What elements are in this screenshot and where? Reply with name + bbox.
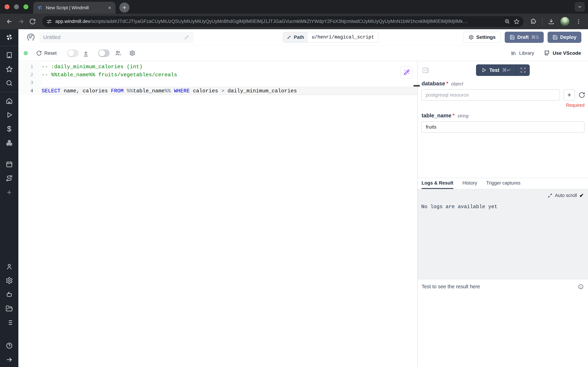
- tab-trigger-captures[interactable]: Trigger captures: [486, 178, 521, 189]
- line-number: 1: [18, 63, 42, 71]
- path-widget[interactable]: Path u/henri/magical_script: [283, 32, 379, 43]
- ai-bot-icon[interactable]: [5, 291, 13, 298]
- workspace-icon[interactable]: [5, 51, 13, 59]
- reload-button[interactable]: [28, 17, 37, 26]
- library-icon: [511, 50, 516, 56]
- use-vscode-button[interactable]: Use VScode: [544, 50, 581, 56]
- url-text: app.windmill.dev/scripts/add#JTdCJTIyaGF…: [55, 19, 501, 24]
- refresh-icon: [36, 50, 42, 56]
- save-icon: [510, 35, 515, 40]
- info-icon[interactable]: [578, 284, 584, 290]
- variables-dollar-icon[interactable]: $: [5, 125, 13, 133]
- field-type: object: [451, 81, 463, 87]
- favorites-star-icon[interactable]: [5, 65, 13, 73]
- settings-gear-icon[interactable]: [5, 277, 13, 284]
- tab-strip: New Script | Windmill × +: [0, 0, 588, 14]
- browser-tab[interactable]: New Script | Windmill ×: [33, 2, 116, 14]
- chevron-down-icon: [577, 4, 582, 9]
- screen: New Script | Windmill × + app.win: [0, 0, 588, 367]
- browser-menu-button[interactable]: [574, 17, 583, 26]
- browser-navigation-bar: app.windmill.dev/scripts/add#JTdCJTIyaGF…: [0, 14, 588, 29]
- extensions-button[interactable]: [529, 17, 538, 26]
- auto-scroll-control[interactable]: Auto scroll ✔: [547, 192, 584, 199]
- tab-history[interactable]: History: [462, 178, 477, 189]
- code-line[interactable]: 3: [18, 79, 417, 87]
- schedules-calendar-icon[interactable]: [5, 160, 13, 168]
- add-item-plus-icon[interactable]: +: [5, 188, 13, 196]
- required-message: Required: [418, 101, 588, 108]
- downloads-button[interactable]: [546, 17, 556, 26]
- script-title-input[interactable]: [43, 34, 184, 40]
- refresh-resources-icon[interactable]: [579, 92, 585, 98]
- ai-wand-button[interactable]: [400, 66, 413, 79]
- code-text: SELECT name, calories FROM %%table_name%…: [42, 87, 417, 95]
- table-name-input[interactable]: [421, 121, 585, 133]
- download-icon: [548, 18, 554, 25]
- deploy-button[interactable]: Deploy: [547, 32, 581, 43]
- arrow-left-icon: [6, 18, 13, 25]
- edit-pencil-icon: [184, 34, 190, 40]
- bookmark-star-icon[interactable]: [513, 18, 520, 25]
- puzzle-icon: [530, 18, 537, 25]
- database-resource-input[interactable]: [421, 89, 560, 101]
- code-editor[interactable]: 1-- :daily_minimum_calories (int)2-- %%t…: [18, 61, 417, 367]
- window-zoom-button[interactable]: [24, 4, 28, 9]
- new-tab-button[interactable]: +: [119, 2, 129, 13]
- code-line[interactable]: 2-- %%table_name%% fruits/vegetables/cer…: [18, 71, 417, 79]
- test-run-button[interactable]: Test ⌘↵: [476, 64, 516, 76]
- collaboration-toggle[interactable]: [98, 49, 110, 57]
- kebab-menu-icon: [576, 18, 581, 25]
- arrow-right-icon: [17, 18, 25, 25]
- save-icon: [553, 35, 558, 40]
- code-text: -- %%table_name%% fruits/vegetables/cere…: [42, 71, 417, 79]
- user-icon[interactable]: [5, 263, 13, 270]
- script-title-field[interactable]: [39, 32, 193, 43]
- forward-button[interactable]: [16, 17, 26, 26]
- edit-pencil-icon: [287, 35, 291, 40]
- help-icon[interactable]: [5, 342, 13, 350]
- code-line[interactable]: 4SELECT name, calories FROM %%table_name…: [18, 87, 417, 95]
- postgresql-elephant-icon: [26, 33, 35, 42]
- library-button[interactable]: Library: [511, 50, 534, 56]
- window-controls: [0, 0, 33, 14]
- draft-button[interactable]: Draft ⌘S: [505, 32, 544, 43]
- back-button[interactable]: [5, 17, 14, 26]
- collapse-panel-icon[interactable]: [422, 67, 429, 74]
- site-settings-icon[interactable]: [46, 18, 52, 25]
- home-icon[interactable]: [5, 97, 13, 105]
- app-sidebar: $ +: [0, 29, 18, 367]
- tab-logs-result[interactable]: Logs & Result: [421, 178, 454, 189]
- window-close-button[interactable]: [5, 4, 9, 9]
- runs-play-icon[interactable]: [5, 111, 13, 119]
- add-resource-button[interactable]: +: [563, 89, 575, 101]
- minimap-current-line-marker: [413, 85, 420, 87]
- resources-cubes-icon[interactable]: [5, 139, 13, 147]
- settings-button[interactable]: Settings: [463, 32, 501, 43]
- expand-sidebar-arrow-icon[interactable]: [5, 356, 13, 364]
- reset-button[interactable]: Reset: [36, 50, 57, 56]
- url-bar[interactable]: app.windmill.dev/scripts/add#JTdCJTIyaGF…: [42, 16, 524, 27]
- tab-list-chevron-button[interactable]: [575, 2, 585, 12]
- diff-toggle[interactable]: [67, 49, 79, 57]
- test-shortcut: ⌘↵: [502, 67, 511, 73]
- profile-avatar[interactable]: [560, 17, 570, 26]
- zoom-page-icon[interactable]: [504, 18, 510, 25]
- expand-icon: [547, 193, 553, 198]
- test-split-button[interactable]: Test ⌘↵: [476, 64, 530, 76]
- tab-close-icon[interactable]: ×: [108, 5, 111, 10]
- script-header: Path u/henri/magical_script Settings Dra…: [18, 29, 588, 45]
- watch-test-button[interactable]: [516, 64, 530, 76]
- windmill-logo-icon[interactable]: [5, 33, 13, 41]
- routes-icon[interactable]: [5, 175, 13, 182]
- editor-toolbar: Reset ± Library: [18, 45, 588, 61]
- audit-logs-list-icon[interactable]: [5, 319, 13, 326]
- folders-icon[interactable]: [5, 305, 13, 312]
- diff-plus-minus-icon: ±: [84, 50, 88, 57]
- editor-settings-gear-icon[interactable]: [129, 50, 135, 56]
- code-text: -- :daily_minimum_calories (int): [42, 63, 417, 71]
- window-minimize-button[interactable]: [14, 4, 19, 9]
- code-line[interactable]: 1-- :daily_minimum_calories (int): [18, 63, 417, 71]
- search-icon[interactable]: [5, 79, 13, 87]
- windmill-favicon: [37, 5, 43, 10]
- line-number: 2: [18, 71, 42, 79]
